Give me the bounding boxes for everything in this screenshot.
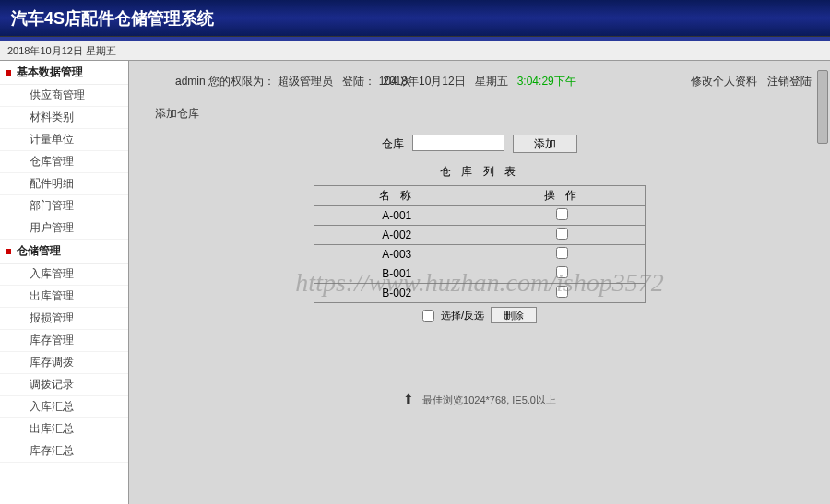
app-header: 汽车4S店配件仓储管理系统: [0, 0, 830, 37]
info-time: 3:04:29下午: [517, 75, 576, 88]
table-row: B-001: [314, 264, 646, 284]
sidebar-item-user[interactable]: 用户管理: [0, 217, 128, 240]
table-row: A-003: [314, 245, 646, 264]
sidebar-item-supplier[interactable]: 供应商管理: [0, 85, 128, 107]
datetime: 2018年10月12日 星期五 3:04:29下午: [383, 74, 575, 89]
bullet-icon: [6, 70, 11, 76]
cell-name: A-002: [314, 226, 480, 245]
footer-text: 最佳浏览1024*768, IE5.0以上: [422, 394, 556, 405]
cell-name: B-001: [314, 264, 480, 284]
sidebar-item-parts[interactable]: 配件明细: [0, 173, 128, 195]
row-checkbox[interactable]: [556, 228, 568, 240]
list-title: 仓 库 列 表: [129, 158, 830, 185]
sidebar-item-unit[interactable]: 计量单位: [0, 129, 128, 151]
info-weekday: 星期五: [475, 75, 508, 88]
link-logout[interactable]: 注销登陆: [767, 75, 812, 88]
col-op: 操 作: [480, 186, 646, 206]
main-panel: admin 您的权限为： 超级管理员 登陆： 104 次 2018年10月12日…: [129, 61, 830, 504]
table-row: A-002: [314, 226, 646, 245]
warehouse-input[interactable]: [412, 135, 504, 151]
table-row: B-002: [314, 284, 646, 303]
cell-name: B-002: [314, 284, 480, 303]
cell-name: A-003: [314, 245, 480, 264]
select-all-label: 选择/反选: [441, 310, 484, 321]
warehouse-table: 名 称 操 作 A-001 A-002 A-003 B-001 B-002: [314, 185, 646, 303]
sidebar-item-material-cat[interactable]: 材料类别: [0, 107, 128, 129]
role-label: 您的权限为：: [208, 75, 275, 88]
arrow-up-icon: ⬆: [403, 392, 414, 406]
footer: ⬆ 最佳浏览1024*768, IE5.0以上: [129, 392, 830, 407]
sidebar-item-transfer[interactable]: 库存调拨: [0, 352, 128, 374]
delete-button[interactable]: 删除: [491, 307, 537, 323]
field-label: 仓库: [382, 137, 404, 150]
scrollbar[interactable]: [817, 70, 828, 144]
user-info: admin 您的权限为： 超级管理员 登陆： 104 次: [175, 74, 411, 89]
sidebar-group-storage[interactable]: 仓储管理: [0, 240, 128, 264]
sidebar-group-label: 仓储管理: [17, 243, 61, 259]
sidebar-item-loss[interactable]: 报损管理: [0, 308, 128, 330]
username: admin: [175, 75, 206, 88]
sidebar-item-inbound[interactable]: 入库管理: [0, 264, 128, 286]
sidebar-item-outbound[interactable]: 出库管理: [0, 286, 128, 308]
row-checkbox[interactable]: [556, 286, 568, 298]
sidebar-item-in-summary[interactable]: 入库汇总: [0, 396, 128, 418]
role: 超级管理员: [278, 75, 333, 88]
select-all-checkbox[interactable]: [422, 310, 434, 322]
section-title: 添加仓库: [129, 99, 830, 129]
sidebar-item-out-summary[interactable]: 出库汇总: [0, 418, 128, 440]
login-label: 登陆：: [342, 75, 375, 88]
sidebar-item-transfer-log[interactable]: 调拨记录: [0, 374, 128, 396]
table-row: A-001: [314, 206, 646, 226]
app-title: 汽车4S店配件仓储管理系统: [11, 9, 214, 28]
bullet-icon: [6, 249, 11, 254]
header-links: 修改个人资料 注销登陆: [683, 74, 812, 89]
row-checkbox[interactable]: [556, 208, 568, 220]
info-bar: admin 您的权限为： 超级管理员 登陆： 104 次 2018年10月12日…: [129, 61, 830, 99]
sidebar: 基本数据管理 供应商管理 材料类别 计量单位 仓库管理 配件明细 部门管理 用户…: [0, 61, 129, 504]
row-checkbox[interactable]: [556, 247, 568, 259]
sidebar-item-warehouse[interactable]: 仓库管理: [0, 151, 128, 173]
col-name: 名 称: [314, 186, 480, 206]
sidebar-item-stock[interactable]: 库存管理: [0, 330, 128, 352]
info-date: 2018年10月12日: [383, 75, 465, 88]
sidebar-group-basic[interactable]: 基本数据管理: [0, 61, 128, 85]
cell-name: A-001: [314, 206, 480, 226]
date-text: 2018年10月12日 星期五: [7, 45, 116, 56]
row-checkbox[interactable]: [556, 266, 568, 278]
link-profile[interactable]: 修改个人资料: [691, 75, 757, 88]
add-form: 仓库 添加: [129, 129, 830, 158]
date-bar: 2018年10月12日 星期五: [0, 41, 830, 61]
sidebar-item-dept[interactable]: 部门管理: [0, 195, 128, 217]
sidebar-group-label: 基本数据管理: [17, 64, 83, 80]
sidebar-item-stock-summary[interactable]: 库存汇总: [0, 440, 128, 463]
bulk-ops: 选择/反选 删除: [129, 303, 830, 327]
add-button[interactable]: 添加: [513, 135, 577, 153]
